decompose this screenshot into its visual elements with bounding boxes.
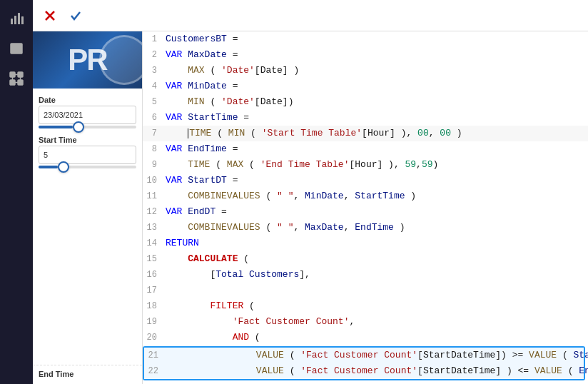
sidebar-icon-table[interactable] — [4, 36, 29, 61]
start-time-slider-fill — [39, 166, 58, 168]
svg-rect-0 — [11, 19, 13, 24]
table-row: 1 CustomersBT = — [143, 31, 588, 47]
table-row: 16 [Total Customers], — [143, 267, 588, 283]
content-area: PR Date Start — [33, 31, 588, 384]
table-row: 14 RETURN — [143, 236, 588, 251]
logo-area: PR — [33, 31, 142, 89]
date-slider-thumb[interactable] — [73, 121, 84, 133]
highlighted-region: 21 VALUE ( 'Fact Customer Count'[StartDa… — [143, 346, 585, 380]
svg-rect-11 — [18, 80, 23, 85]
date-filter-label: Date — [39, 96, 136, 104]
table-row: 22 VALUE ( 'Fact Customer Count'[StartDa… — [144, 363, 584, 379]
svg-rect-4 — [11, 44, 22, 54]
start-time-input[interactable] — [39, 146, 136, 164]
left-panel: PR Date Start — [33, 31, 143, 384]
table-row: 17 — [143, 283, 588, 298]
sidebar-icon-model[interactable] — [4, 66, 29, 91]
table-row: 12 VAR EndDT = — [143, 204, 588, 220]
cancel-button[interactable] — [39, 4, 61, 27]
table-row: 21 VALUE ( 'Fact Customer Count'[StartDa… — [144, 348, 584, 363]
table-row: 5 MIN ( 'Date'[Date]) — [143, 94, 588, 110]
logo-circle — [99, 35, 142, 85]
table-row: 20 AND ( — [143, 330, 588, 345]
svg-rect-1 — [14, 16, 16, 24]
sidebar-icon-report[interactable] — [4, 6, 29, 31]
table-row: 4 VAR MinDate = — [143, 79, 588, 94]
date-slider[interactable] — [39, 126, 136, 128]
start-time-slider-thumb[interactable] — [58, 161, 69, 173]
svg-rect-3 — [21, 16, 24, 24]
table-row: 23 ) — [143, 381, 588, 384]
table-row: 8 VAR EndTime = — [143, 141, 588, 157]
table-row: 13 COMBINEVALUES ( " ", MaxDate, EndTime… — [143, 220, 588, 236]
toolbar — [33, 0, 588, 31]
table-row: 7 TIME ( MIN ( 'Start Time Table'[Hour] … — [143, 126, 588, 141]
start-time-filter: Start Time — [39, 136, 136, 168]
date-slider-fill — [39, 126, 73, 128]
table-row: 9 TIME ( MAX ( 'End Time Table'[Hour] ),… — [143, 157, 588, 173]
table-row: 6 VAR StartTime = — [143, 110, 588, 126]
start-time-slider[interactable] — [39, 166, 136, 168]
end-time-section: End Time — [33, 365, 142, 384]
code-editor[interactable]: 1 CustomersBT = 2 VAR MaxDate = 3 MAX ( … — [143, 31, 588, 384]
start-time-label: Start Time — [39, 136, 136, 144]
date-filter: Date — [39, 96, 136, 128]
table-row: 11 COMBINEVALUES ( " ", MinDate, StartTi… — [143, 188, 588, 204]
table-row: 19 'Fact Customer Count', — [143, 314, 588, 330]
svg-rect-8 — [10, 72, 15, 77]
table-row: 3 MAX ( 'Date'[Date] ) — [143, 63, 588, 79]
svg-rect-2 — [18, 13, 20, 24]
filter-section: Date Start Time — [33, 89, 142, 176]
main-area: PR Date Start — [33, 0, 588, 384]
table-row: 2 VAR MaxDate = — [143, 47, 588, 63]
end-time-label: End Time — [39, 370, 136, 378]
svg-rect-9 — [18, 72, 23, 77]
sidebar — [0, 0, 33, 384]
table-row: 10 VAR StartDT = — [143, 173, 588, 188]
date-filter-input[interactable] — [39, 106, 136, 124]
code-lines: 1 CustomersBT = 2 VAR MaxDate = 3 MAX ( … — [143, 31, 588, 384]
svg-rect-10 — [10, 80, 15, 85]
table-row: 18 FILTER ( — [143, 298, 588, 314]
start-time-slider-row — [39, 166, 136, 168]
table-row: 15 CALCULATE ( — [143, 251, 588, 267]
date-slider-row — [39, 126, 136, 128]
confirm-button[interactable] — [64, 4, 87, 27]
